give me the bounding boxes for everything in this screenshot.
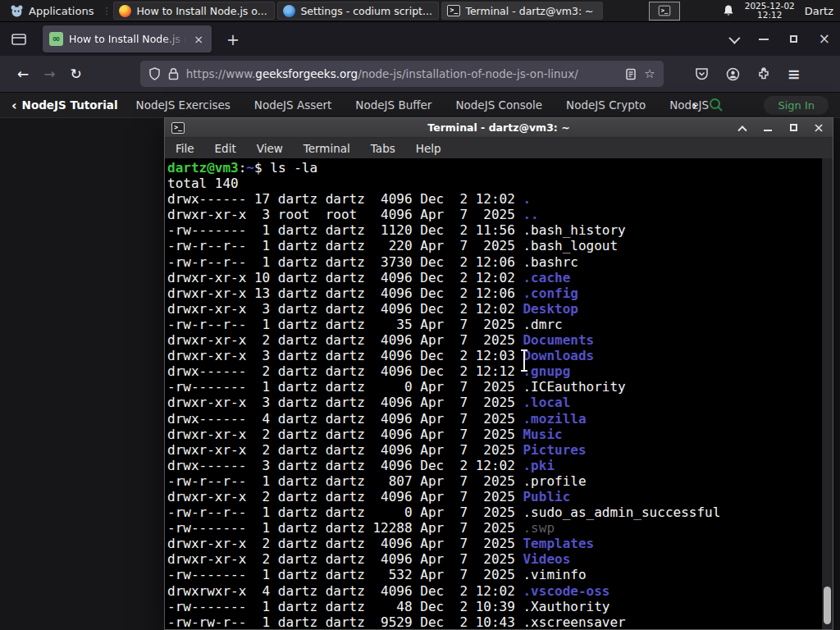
terminal-output[interactable]: dartz@vm3:~$ ls -la total 140 drwx------… — [165, 158, 833, 629]
terminal-output-line: -rw------- 1 dartz dartz 48 Dec 2 10:39 … — [167, 599, 821, 614]
prompt-colon: : — [239, 160, 247, 176]
close-button[interactable]: × — [813, 122, 824, 134]
bookmark-star-icon[interactable]: ☆ — [644, 66, 655, 81]
taskbar-button[interactable]: Settings - codium script... — [277, 2, 439, 20]
url-bar[interactable]: https://www.geeksforgeeks.org/node-js/in… — [140, 61, 664, 87]
terminal-output-line: drwxr-xr-x 10 dartz dartz 4096 Dec 2 12:… — [167, 270, 821, 285]
terminal-output-line: drwxr-xr-x 2 dartz dartz 4096 Apr 7 2025… — [167, 551, 821, 567]
file-attributes: drwxr-xr-x 3 dartz dartz 4096 Dec 2 12:0… — [167, 348, 523, 363]
file-attributes: -rw------- 1 dartz dartz 532 Apr 7 2025 — [167, 567, 523, 582]
workspace-switcher[interactable]: >_ — [649, 2, 680, 21]
menu-terminal[interactable]: Terminal — [304, 142, 350, 155]
terminal-icon: >_ — [171, 122, 185, 134]
taskbar: How to Install Node.js o...Settings - co… — [113, 2, 603, 20]
nav-item[interactable]: NodeJS Crypto — [566, 98, 646, 112]
text-cursor-pointer — [519, 349, 529, 372]
file-attributes: drwx------ 3 dartz dartz 4096 Dec 2 12:0… — [167, 458, 523, 473]
applications-menu-button[interactable]: Applications — [5, 2, 98, 20]
new-tab-button[interactable]: + — [220, 30, 246, 48]
chevron-left-icon: ‹ — [11, 100, 17, 111]
file-name: .xscreensaver — [523, 614, 625, 629]
prompt-user: dartz@vm3 — [167, 160, 239, 176]
terminal-scrollbar[interactable] — [822, 158, 833, 629]
maximize-button[interactable] — [788, 122, 799, 134]
extensions-icon[interactable] — [757, 67, 770, 80]
file-attributes: drwxr-xr-x 2 dartz dartz 4096 Apr 7 2025 — [167, 427, 523, 442]
file-name: .vscode-oss — [523, 583, 609, 599]
file-attributes: drwxr-xr-x 13 dartz dartz 4096 Dec 2 12:… — [167, 285, 523, 301]
file-attributes: -rw-r--r-- 1 dartz dartz 807 Apr 7 2025 — [167, 473, 523, 489]
terminal-prompt-line: dartz@vm3:~$ ls -la — [167, 160, 821, 176]
taskbar-button[interactable]: How to Install Node.js o... — [113, 2, 275, 20]
nav-item[interactable]: NodeJS Exercises — [136, 98, 231, 112]
file-attributes: drwx------ 17 dartz dartz 4096 Dec 2 12:… — [167, 191, 523, 207]
nav-item[interactable]: NodeJS Assert — [254, 98, 332, 112]
file-attributes: drwxr-xr-x 2 dartz dartz 4096 Apr 7 2025 — [167, 332, 523, 348]
file-name: .cache — [523, 270, 570, 285]
scrollbar-thumb[interactable] — [824, 587, 831, 624]
terminal-titlebar[interactable]: >_ Terminal - dartz@vm3: ~ × — [165, 118, 833, 138]
file-attributes: -rw-rw-r-- 1 dartz dartz 9529 Dec 2 10:4… — [167, 614, 523, 629]
terminal-output-line: -rw-r--r-- 1 dartz dartz 0 Apr 7 2025 .s… — [167, 504, 821, 520]
terminal-window: >_ Terminal - dartz@vm3: ~ × FileEditVie… — [164, 117, 833, 630]
applications-menu-label: Applications — [29, 5, 94, 17]
firefox-tab-bar: ∞ How to Install Node.js on × + × — [0, 22, 840, 56]
user-menu[interactable]: Dartz — [805, 5, 835, 17]
browser-tab[interactable]: ∞ How to Install Node.js on × — [43, 25, 212, 52]
file-name: .local — [523, 395, 570, 410]
maximize-button[interactable] — [790, 35, 797, 43]
file-attributes: drwxr-xr-x 3 dartz dartz 4096 Apr 7 2025 — [167, 395, 523, 410]
close-button[interactable]: × — [819, 32, 830, 46]
taskbar-button-label: Settings - codium script... — [300, 5, 431, 17]
forward-button[interactable]: → — [43, 66, 55, 82]
nav-back-label: NodeJS Tutorial — [22, 98, 118, 112]
file-name: Pictures — [523, 442, 586, 458]
search-icon[interactable] — [709, 98, 724, 112]
clock[interactable]: 2025-12-02 12:12 — [745, 2, 795, 20]
terminal-window-title: Terminal - dartz@vm3: ~ — [165, 121, 833, 134]
firefox-view-button[interactable] — [7, 28, 31, 51]
list-all-tabs-icon[interactable] — [728, 32, 740, 43]
file-name: Desktop — [523, 301, 578, 317]
file-name: Templates — [523, 536, 594, 551]
file-attributes: drwxr-xr-x 3 root root 4096 Apr 7 2025 — [167, 207, 523, 222]
nav-item[interactable]: NodeJS Buffer — [355, 98, 431, 112]
menu-file[interactable]: File — [176, 142, 194, 155]
nav-back-link[interactable]: ‹ NodeJS Tutorial — [11, 98, 118, 112]
file-name: .dmrc — [523, 317, 562, 332]
lock-icon[interactable] — [168, 67, 179, 80]
reader-mode-icon[interactable] — [625, 68, 637, 80]
tracking-shield-icon[interactable] — [148, 67, 161, 80]
menu-tabs[interactable]: Tabs — [371, 142, 395, 155]
account-icon[interactable] — [726, 67, 740, 81]
chevron-right-icon[interactable]: › — [692, 98, 698, 113]
terminal-output-line: -rw------- 1 dartz dartz 532 Apr 7 2025 … — [167, 567, 821, 582]
file-name: .. — [523, 207, 538, 222]
terminal-output-line: drwxr-xr-x 2 dartz dartz 4096 Apr 7 2025… — [167, 332, 821, 348]
file-name: . — [523, 191, 531, 207]
pocket-icon[interactable] — [695, 67, 709, 80]
back-button[interactable]: ← — [17, 66, 29, 82]
terminal-window-controls: × — [737, 122, 826, 134]
nav-item[interactable]: NodeJS Console — [455, 98, 542, 112]
menu-hamburger-icon[interactable]: ≡ — [788, 65, 801, 83]
file-attributes: drwxrwxr-x 4 dartz dartz 4096 Dec 2 12:0… — [167, 583, 523, 599]
notification-bell-icon[interactable] — [722, 4, 735, 17]
terminal-output-line: drwx------ 4 dartz dartz 4096 Apr 7 2025… — [167, 411, 821, 427]
menu-edit[interactable]: Edit — [215, 142, 236, 155]
nav-item[interactable]: NodeJS DNS — [669, 98, 710, 112]
menu-view[interactable]: View — [257, 142, 283, 155]
menu-help[interactable]: Help — [416, 142, 441, 155]
terminal-output-line: -rw------- 1 dartz dartz 1120 Dec 2 11:5… — [167, 222, 821, 238]
file-name: .profile — [523, 473, 586, 489]
file-attributes: -rw------- 1 dartz dartz 1120 Dec 2 11:5… — [167, 222, 523, 238]
reload-button[interactable]: ↻ — [71, 66, 82, 82]
minimize-button[interactable] — [762, 122, 774, 134]
file-attributes: -rw-r--r-- 1 dartz dartz 220 Apr 7 2025 — [167, 238, 523, 253]
terminal-output-line: drwxr-xr-x 3 root root 4096 Apr 7 2025 .… — [167, 207, 821, 222]
minimize-button[interactable] — [759, 39, 769, 40]
taskbar-button[interactable]: >_Terminal - dartz@vm3: ~ — [441, 2, 603, 20]
sign-in-button[interactable]: Sign In — [764, 96, 829, 115]
tab-close-button[interactable]: × — [192, 33, 205, 46]
shade-button[interactable] — [737, 122, 748, 134]
